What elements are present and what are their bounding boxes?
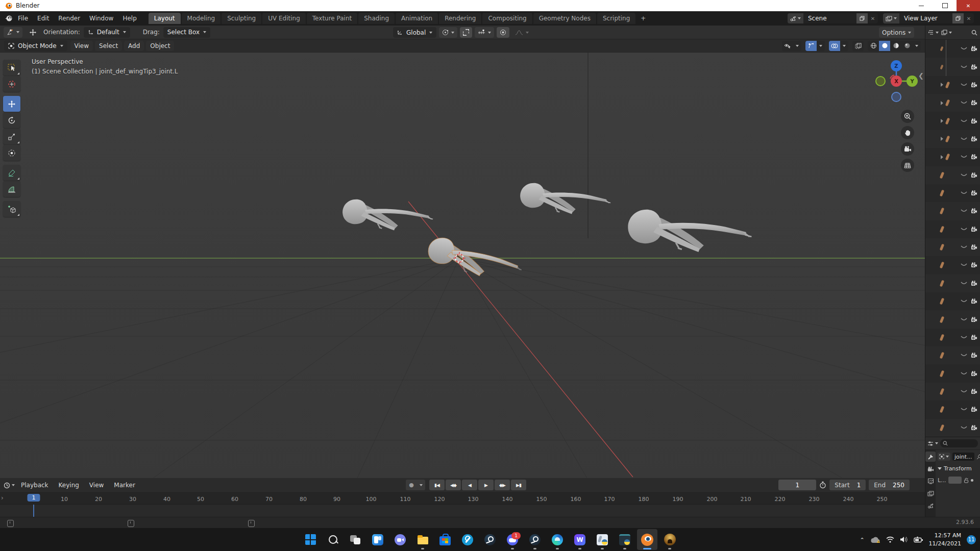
select-box-tool[interactable] — [3, 60, 20, 76]
object-name-field[interactable]: joint... — [952, 453, 974, 461]
hide-eye-icon[interactable] — [961, 408, 967, 411]
disable-render-camera-icon[interactable] — [971, 262, 977, 268]
pivot-point-dropdown[interactable] — [439, 27, 457, 38]
wifi-icon[interactable] — [886, 536, 894, 543]
disable-render-camera-icon[interactable] — [971, 208, 977, 214]
tab-render[interactable] — [925, 464, 936, 474]
hide-eye-icon[interactable] — [961, 263, 967, 267]
hide-eye-icon[interactable] — [961, 119, 967, 123]
show-overlays-button[interactable] — [829, 41, 840, 51]
scale-tool[interactable] — [3, 129, 20, 144]
rendered-shading-button[interactable] — [901, 41, 913, 51]
remove-view-layer-button[interactable]: ✕ — [964, 16, 974, 21]
outliner-bone-row[interactable] — [925, 346, 980, 364]
disable-render-camera-icon[interactable] — [971, 100, 977, 106]
disable-render-camera-icon[interactable] — [971, 353, 977, 358]
move-tool[interactable] — [3, 96, 20, 112]
location-x-field[interactable] — [948, 477, 962, 484]
viewport-menu-item[interactable]: Object — [146, 41, 174, 51]
axis-neg-y-handle[interactable] — [876, 77, 885, 86]
new-view-layer-button[interactable] — [952, 13, 964, 23]
hide-eye-icon[interactable] — [961, 336, 967, 339]
timeline-expand-arrow[interactable]: › — [1, 494, 4, 502]
proportional-edit-toggle[interactable] — [497, 27, 509, 38]
file-explorer-button[interactable] — [412, 529, 433, 550]
notification-center-badge[interactable]: 11 — [967, 535, 976, 544]
pterosaur-model-4[interactable] — [628, 210, 751, 252]
workspace-tab[interactable]: Rendering — [439, 13, 481, 24]
workspace-tab[interactable]: Modeling — [182, 13, 221, 24]
disable-render-camera-icon[interactable] — [971, 154, 977, 160]
zoom-button[interactable] — [901, 110, 914, 123]
measure-tool[interactable] — [3, 181, 20, 197]
current-frame-pill[interactable]: 1 — [28, 494, 40, 502]
steam-alt-button[interactable] — [480, 529, 500, 550]
menu-item[interactable]: Window — [85, 13, 118, 23]
disable-render-camera-icon[interactable] — [971, 281, 977, 286]
hide-eye-icon[interactable] — [961, 155, 967, 159]
disable-render-camera-icon[interactable] — [971, 227, 977, 232]
game-launcher-button[interactable] — [659, 529, 680, 550]
expand-icon[interactable] — [941, 155, 943, 159]
outliner-bone-row[interactable] — [925, 112, 980, 130]
disable-render-camera-icon[interactable] — [971, 172, 977, 178]
search-button[interactable] — [323, 529, 343, 550]
disable-render-camera-icon[interactable] — [971, 298, 977, 304]
new-scene-button[interactable] — [856, 13, 868, 23]
expand-icon[interactable] — [941, 119, 943, 123]
settings-tool-button[interactable] — [457, 529, 478, 550]
add-cube-tool[interactable] — [3, 201, 20, 217]
unlock-icon[interactable] — [964, 478, 969, 483]
task-view-button[interactable] — [345, 529, 365, 550]
expand-icon[interactable] — [941, 83, 943, 87]
outliner-bone-row[interactable] — [925, 184, 980, 202]
discord-button[interactable]: 1 — [502, 529, 523, 550]
hide-eye-icon[interactable] — [961, 299, 967, 303]
disable-render-camera-icon[interactable] — [971, 82, 977, 88]
hide-eye-icon[interactable] — [961, 65, 967, 69]
expand-icon[interactable] — [941, 137, 943, 141]
disable-render-camera-icon[interactable] — [971, 46, 977, 52]
rotate-tool[interactable] — [3, 112, 20, 128]
hide-eye-icon[interactable] — [961, 426, 967, 430]
pin-icon[interactable] — [976, 454, 980, 460]
animate-property-dot[interactable] — [971, 479, 973, 482]
menu-item[interactable]: Help — [118, 13, 141, 23]
play-reverse-button[interactable]: ◀ — [462, 480, 477, 490]
timeline-menu-item[interactable]: View — [85, 480, 108, 490]
proportional-falloff-dropdown[interactable] — [512, 27, 532, 38]
disable-render-camera-icon[interactable] — [971, 190, 977, 196]
start-button[interactable] — [300, 529, 321, 550]
view-layer-selector[interactable]: View Layer ✕ — [883, 13, 974, 23]
chat-button[interactable] — [390, 529, 410, 550]
wireframe-shading-button[interactable] — [868, 41, 879, 51]
jump-to-start-button[interactable]: ▮◀ — [429, 480, 445, 490]
blender-button[interactable] — [637, 529, 657, 550]
cursor-tool[interactable] — [3, 76, 20, 92]
next-keyframe-button[interactable]: ◆▶ — [495, 480, 510, 490]
tab-output[interactable] — [925, 476, 936, 486]
disable-render-camera-icon[interactable] — [971, 317, 977, 322]
outliner-bone-row[interactable] — [925, 419, 980, 437]
menu-item[interactable]: Render — [54, 13, 85, 23]
play-button[interactable]: ▶ — [478, 480, 494, 490]
outliner-bone-row[interactable] — [925, 94, 980, 112]
tab-scene[interactable] — [925, 500, 936, 511]
hide-eye-icon[interactable] — [961, 228, 967, 231]
timeline-menu-item[interactable]: Marker — [110, 480, 139, 490]
hide-eye-icon[interactable] — [961, 137, 967, 141]
widgets-button[interactable] — [368, 529, 388, 550]
disable-render-camera-icon[interactable] — [971, 118, 977, 124]
transform-panel-header[interactable]: Transform — [938, 465, 980, 472]
material-preview-button[interactable] — [890, 41, 901, 51]
hide-eye-icon[interactable] — [961, 390, 967, 393]
view-layer-name[interactable]: View Layer — [899, 15, 952, 22]
workspace-tab[interactable]: UV Editing — [262, 13, 306, 24]
current-frame-field[interactable]: 1 — [778, 480, 816, 490]
outliner-bone-row[interactable] — [925, 238, 980, 256]
hide-eye-icon[interactable] — [961, 209, 967, 213]
menu-item[interactable]: Edit — [33, 13, 54, 23]
workspace-tab[interactable]: Scripting — [597, 13, 635, 24]
outliner-bone-row[interactable] — [925, 400, 980, 418]
wing-app-button[interactable]: W — [570, 529, 590, 550]
